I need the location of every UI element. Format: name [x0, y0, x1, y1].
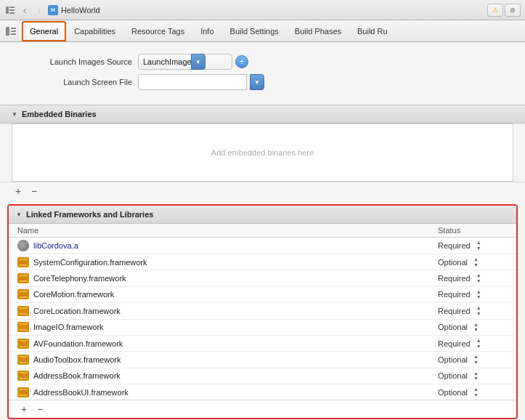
stepper-up-icon[interactable]: ▲	[473, 387, 479, 392]
status-stepper[interactable]: Optional▲▼	[438, 371, 508, 381]
status-stepper[interactable]: Optional▲▼	[438, 322, 508, 333]
svg-rect-7	[11, 33, 16, 35]
framework-name: CoreMotion.framework	[33, 290, 114, 299]
stepper-arrows[interactable]: ▲▼	[476, 338, 481, 349]
status-stepper[interactable]: Required▲▼	[438, 240, 508, 251]
launch-images-add-btn[interactable]: +	[235, 55, 248, 68]
embedded-binaries-header[interactable]: ▼ Embedded Binaries	[0, 105, 525, 124]
status-cell: Optional▲▼	[429, 352, 516, 368]
table-row: AddressBookUI.frameworkOptional▲▼	[9, 384, 516, 400]
framework-icon	[17, 339, 29, 349]
status-cell: Required▲▼	[429, 303, 516, 319]
launch-screen-row: Launch Screen File ▼	[15, 74, 510, 90]
stepper-arrows[interactable]: ▲▼	[473, 354, 479, 365]
stepper-down-icon[interactable]: ▼	[476, 311, 481, 317]
stepper-arrows[interactable]: ▲▼	[473, 371, 479, 381]
tab-capabilities[interactable]: Capabilities	[66, 21, 123, 41]
status-cell: Optional▲▼	[429, 368, 516, 384]
linked-frameworks-header[interactable]: ▼ Linked Frameworks and Libraries	[9, 206, 516, 224]
status-text: Required	[438, 241, 471, 250]
framework-cell: CoreMotion.framework	[17, 289, 420, 299]
launch-images-select[interactable]: LaunchImage ▼	[138, 54, 232, 70]
stepper-up-icon[interactable]: ▲	[473, 354, 479, 360]
status-cell: Required▲▼	[429, 335, 516, 351]
status-stepper[interactable]: Required▲▼	[438, 272, 508, 283]
file-icon: H	[48, 5, 58, 15]
framework-icon	[17, 355, 29, 365]
framework-icon	[17, 322, 29, 332]
back-icon[interactable]: ‹	[19, 4, 30, 16]
status-text: Required	[438, 307, 471, 315]
status-text: Required	[438, 290, 471, 299]
status-text: Optional	[438, 388, 468, 397]
stepper-arrows[interactable]: ▲▼	[476, 240, 481, 251]
launch-screen-control: ▼	[138, 74, 264, 90]
framework-cell: AVFoundation.framework	[17, 339, 420, 349]
stepper-arrows[interactable]: ▲▼	[476, 305, 481, 316]
status-text: Required	[438, 339, 471, 348]
forward-icon[interactable]: ›	[33, 4, 45, 16]
linked-add-btn[interactable]: +	[17, 403, 30, 416]
error-button[interactable]: ⊘	[505, 4, 521, 17]
stepper-down-icon[interactable]: ▼	[473, 327, 479, 333]
tab-general[interactable]: General	[22, 21, 66, 41]
stepper-up-icon[interactable]: ▲	[473, 322, 479, 328]
table-row: CoreMotion.frameworkRequired▲▼	[9, 286, 516, 302]
tab-resource-tags[interactable]: Resource Tags	[123, 21, 192, 41]
status-stepper[interactable]: Optional▲▼	[438, 257, 508, 267]
tab-build-phases[interactable]: Build Phases	[287, 21, 349, 41]
launch-screen-input[interactable]	[138, 74, 247, 90]
stepper-up-icon[interactable]: ▲	[476, 289, 481, 295]
stepper-arrows[interactable]: ▲▼	[476, 289, 481, 300]
framework-cell: ImageIO.framework	[17, 322, 420, 332]
stepper-arrows[interactable]: ▲▼	[473, 387, 479, 397]
launch-screen-arrow[interactable]: ▼	[250, 74, 264, 90]
tab-build-settings[interactable]: Build Settings	[222, 21, 287, 41]
col-status: Status	[429, 224, 516, 238]
title-bar-right: ⚠ ⊘	[487, 4, 521, 17]
sidebar-toggle-icon[interactable]	[4, 4, 16, 16]
stepper-arrows[interactable]: ▲▼	[476, 272, 481, 283]
stepper-down-icon[interactable]: ▼	[476, 278, 481, 284]
launch-images-control: LaunchImage ▼ +	[138, 54, 248, 70]
tab-build-ru[interactable]: Build Ru	[349, 21, 396, 41]
stepper-up-icon[interactable]: ▲	[473, 257, 479, 262]
stepper-down-icon[interactable]: ▼	[473, 262, 479, 268]
status-stepper[interactable]: Optional▲▼	[438, 387, 508, 397]
stepper-up-icon[interactable]: ▲	[476, 305, 481, 311]
launch-screen-label: Launch Screen File	[15, 78, 138, 86]
stepper-up-icon[interactable]: ▲	[476, 240, 481, 246]
stepper-down-icon[interactable]: ▼	[476, 344, 481, 350]
warning-button[interactable]: ⚠	[487, 4, 503, 17]
framework-name: AddressBookUI.framework	[33, 388, 129, 397]
stepper-down-icon[interactable]: ▼	[476, 294, 481, 300]
table-row: CoreLocation.frameworkRequired▲▼	[9, 303, 516, 319]
stepper-down-icon[interactable]: ▼	[473, 360, 479, 366]
tab-info[interactable]: Info	[192, 21, 221, 41]
status-stepper[interactable]: Required▲▼	[438, 338, 508, 349]
framework-cell: CoreTelephony.framework	[17, 273, 420, 283]
stepper-up-icon[interactable]: ▲	[476, 272, 481, 278]
stepper-up-icon[interactable]: ▲	[476, 338, 481, 344]
status-cell: Required▲▼	[429, 238, 516, 254]
framework-icon	[17, 289, 29, 299]
linked-remove-btn[interactable]: −	[33, 403, 46, 416]
status-stepper[interactable]: Required▲▼	[438, 305, 508, 316]
status-cell: Optional▲▼	[429, 254, 516, 270]
stepper-up-icon[interactable]: ▲	[473, 371, 479, 376]
framework-icon	[17, 257, 29, 267]
status-stepper[interactable]: Optional▲▼	[438, 354, 508, 365]
table-row: ImageIO.frameworkOptional▲▼	[9, 319, 516, 335]
col-name: Name	[9, 224, 429, 238]
stepper-arrows[interactable]: ▲▼	[473, 257, 479, 267]
stepper-down-icon[interactable]: ▼	[473, 392, 479, 398]
stepper-down-icon[interactable]: ▼	[476, 246, 481, 251]
status-stepper[interactable]: Required▲▼	[438, 289, 508, 300]
tab-sidebar-icon[interactable]	[3, 23, 19, 39]
stepper-arrows[interactable]: ▲▼	[473, 322, 479, 333]
embedded-add-btn[interactable]: +	[12, 185, 25, 198]
framework-name: CoreLocation.framework	[33, 307, 121, 315]
embedded-remove-btn[interactable]: −	[28, 185, 41, 198]
stepper-down-icon[interactable]: ▼	[473, 376, 479, 381]
launch-images-arrow[interactable]: ▼	[191, 54, 205, 70]
